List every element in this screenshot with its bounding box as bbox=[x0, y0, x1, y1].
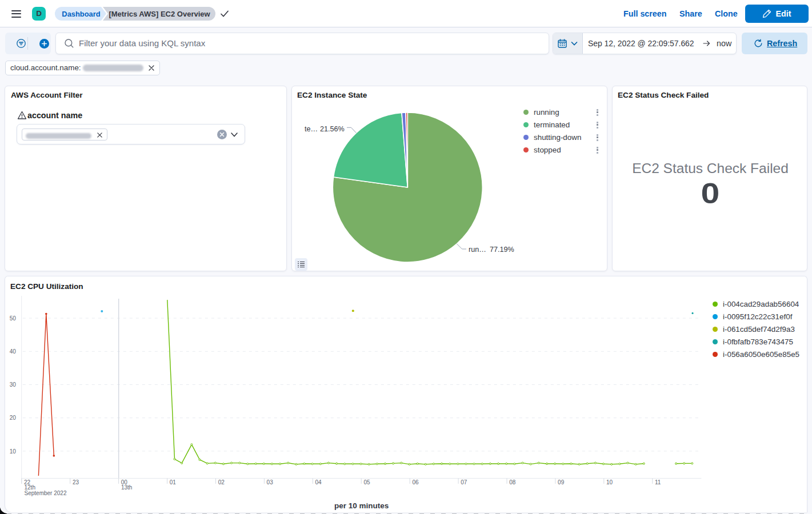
svg-text:09: 09 bbox=[558, 479, 565, 485]
svg-text:07: 07 bbox=[461, 479, 467, 485]
svg-text:13th: 13th bbox=[121, 484, 132, 491]
svg-text:02: 02 bbox=[218, 479, 225, 485]
svg-text:30: 30 bbox=[10, 382, 17, 388]
svg-text:20: 20 bbox=[10, 415, 17, 421]
svg-text:06: 06 bbox=[412, 479, 419, 485]
svg-text:03: 03 bbox=[267, 479, 274, 485]
svg-text:05: 05 bbox=[363, 479, 370, 485]
svg-text:50: 50 bbox=[10, 315, 17, 322]
svg-text:08: 08 bbox=[509, 479, 516, 485]
svg-text:[Metrics AWS] EC2 Overview: [Metrics AWS] EC2 Overview bbox=[109, 10, 210, 18]
svg-text:23: 23 bbox=[73, 479, 79, 485]
svg-text:21.56%: 21.56% bbox=[320, 125, 345, 133]
svg-text:11: 11 bbox=[655, 479, 661, 485]
svg-text:September 2022: September 2022 bbox=[25, 490, 67, 496]
svg-text:40: 40 bbox=[10, 348, 17, 355]
svg-text:01: 01 bbox=[170, 479, 177, 485]
svg-text:Dashboard: Dashboard bbox=[62, 10, 100, 18]
svg-text:10: 10 bbox=[10, 448, 17, 455]
svg-text:10: 10 bbox=[606, 479, 613, 485]
svg-text:77.19%: 77.19% bbox=[490, 246, 514, 254]
svg-text:run…: run… bbox=[469, 246, 486, 254]
svg-text:per 10 minutes: per 10 minutes bbox=[334, 501, 389, 510]
svg-text:04: 04 bbox=[315, 479, 322, 485]
svg-text:te…: te… bbox=[305, 125, 318, 133]
